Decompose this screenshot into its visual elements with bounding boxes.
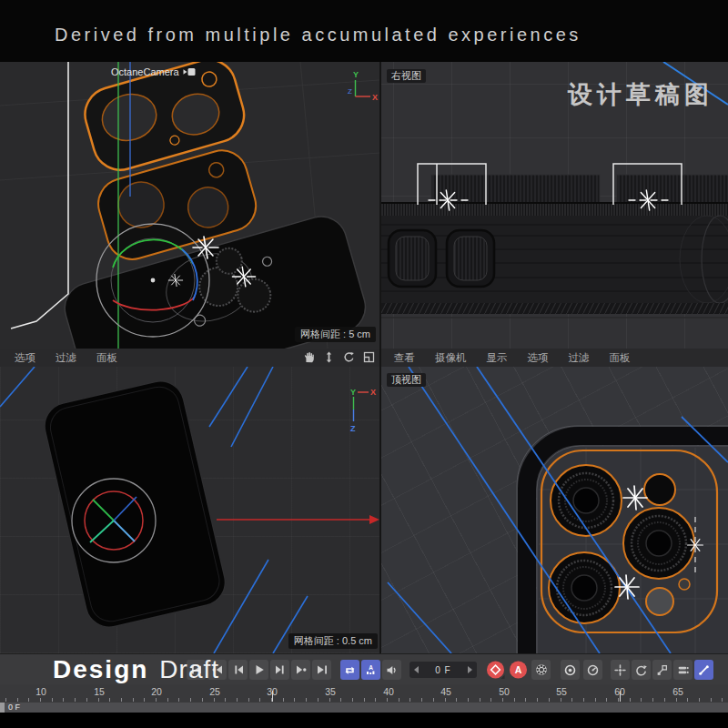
camera-module-scene — [381, 367, 728, 653]
jump-to-end-button[interactable] — [312, 660, 331, 680]
ruler-label: 15 — [94, 686, 105, 697]
next-key-button[interactable] — [291, 660, 310, 680]
svg-text:A: A — [369, 664, 373, 671]
gear-icon — [535, 663, 548, 676]
case-side-profile[interactable] — [381, 175, 728, 318]
ruler-label: 10 — [35, 686, 46, 697]
menu-filter[interactable]: 过滤 — [56, 351, 76, 365]
maximize-view-icon[interactable] — [363, 351, 375, 363]
viewport-label[interactable]: 右视图 — [387, 69, 426, 83]
lidar-cutout[interactable] — [644, 474, 675, 505]
record-scale-toggle[interactable] — [652, 660, 672, 680]
previous-frame-button[interactable] — [228, 660, 248, 680]
ruler-label: 65 — [672, 686, 683, 697]
frame-decrement-arrow[interactable] — [414, 666, 419, 673]
camera-name-label[interactable]: OctaneCamera — [111, 66, 197, 77]
rotation-icon — [635, 664, 647, 676]
next-key-icon — [296, 664, 307, 675]
timeline-ruler[interactable]: 10 15 20 25 30 35 40 45 50 55 60 65 — [0, 684, 728, 703]
camera-icon — [183, 67, 197, 76]
second-marker-tick — [620, 691, 621, 702]
record-parameter-toggle[interactable] — [673, 660, 693, 680]
keyframe-settings-button[interactable] — [531, 660, 551, 680]
speaker-icon — [386, 664, 398, 676]
timeline-slider-bar[interactable]: 0 F — [0, 703, 728, 713]
playback-rate-button[interactable] — [583, 660, 602, 680]
rotate-view-icon[interactable] — [343, 351, 355, 363]
mic-cutout[interactable] — [679, 579, 690, 590]
svg-text:Z: Z — [348, 87, 352, 96]
camera-lens-right[interactable] — [623, 508, 694, 579]
next-frame-button[interactable] — [270, 660, 289, 680]
viewport-label[interactable]: 顶视图 — [387, 373, 426, 387]
ruler-label: 20 — [151, 686, 162, 697]
banner-title: Derived from multiple accumulated experi… — [55, 25, 581, 46]
keyframe-mode-icon: A — [365, 664, 377, 676]
axis-gizmo: Y Z X — [342, 67, 379, 113]
sound-button[interactable] — [382, 660, 401, 680]
ruler-ticks — [0, 698, 728, 702]
flash-cutout[interactable] — [646, 588, 673, 615]
ruler-label: 35 — [325, 686, 336, 697]
jump-to-end-icon — [317, 664, 328, 675]
position-icon — [614, 664, 626, 676]
current-frame-field[interactable]: 0 F — [410, 662, 477, 678]
playhead-frame-label: 0 F — [8, 703, 20, 713]
play-icon — [254, 664, 265, 675]
menu-options[interactable]: 选项 — [528, 351, 549, 365]
ruler-label: 25 — [209, 686, 220, 697]
play-button[interactable] — [249, 660, 268, 680]
c4d-application-window: Derived from multiple accumulated experi… — [0, 0, 728, 728]
phone-case-exploded-parts[interactable] — [8, 62, 371, 349]
camera-lens-top-left[interactable] — [551, 465, 622, 536]
design-draft-watermark: DesignDraft — [53, 655, 219, 684]
svg-text:X: X — [370, 388, 376, 397]
previous-frame-icon — [233, 664, 244, 675]
menu-panel[interactable]: 面板 — [610, 351, 631, 365]
design-draft-cn-watermark: 设计草稿图 — [568, 78, 713, 111]
keyframe-mode-button[interactable]: A — [361, 660, 380, 680]
frame-increment-arrow[interactable] — [468, 666, 472, 673]
menu-panel[interactable]: 面板 — [96, 351, 117, 365]
ruler-label: 40 — [383, 686, 394, 697]
grid-spacing-badge: 网格间距 : 0.5 cm — [288, 633, 378, 649]
record-position-toggle[interactable] — [611, 660, 630, 680]
ruler-label: 50 — [499, 686, 510, 697]
autokeying-button[interactable]: A — [509, 660, 528, 680]
exploded-case-scene — [0, 62, 379, 349]
pla-icon — [698, 664, 710, 676]
ruler-label: 55 — [556, 686, 567, 697]
svg-text:Z: Z — [350, 424, 356, 433]
menu-options[interactable]: 选项 — [15, 351, 35, 365]
svg-text:A: A — [515, 664, 522, 675]
record-pla-toggle[interactable] — [694, 660, 713, 680]
x-axis-arrow[interactable] — [217, 515, 379, 524]
parameter-stack-icon — [677, 664, 689, 676]
menu-display[interactable]: 显示 — [487, 351, 508, 365]
viewport-right-view[interactable]: 右视图 设计草稿图 — [381, 62, 728, 349]
bottom-filler — [0, 713, 728, 728]
viewport-back-view[interactable]: Y X Z 网格间距 : 0.5 cm — [0, 367, 379, 653]
play-mode-loop-button[interactable] — [340, 660, 359, 680]
menu-filter[interactable]: 过滤 — [569, 351, 590, 365]
keyframe-selection-button[interactable] — [561, 660, 580, 680]
viewport-top-view[interactable]: 顶视图 — [381, 367, 728, 653]
frame-value[interactable]: 0 F — [435, 665, 450, 675]
axis-band-gizmo[interactable] — [72, 479, 156, 562]
next-frame-icon — [275, 664, 286, 675]
menu-camera[interactable]: 摄像机 — [435, 351, 467, 365]
record-rotation-toggle[interactable] — [632, 660, 651, 680]
scale-icon — [656, 664, 668, 676]
watermark-light: Draft — [159, 655, 219, 683]
zoom-view-icon[interactable] — [323, 351, 335, 363]
record-keyframe-button[interactable] — [486, 660, 505, 680]
ruler-label: 45 — [440, 686, 451, 697]
menu-view[interactable]: 查看 — [394, 351, 415, 365]
viewport-menubar-right: 查看 摄像机 显示 选项 过滤 面板 — [381, 349, 728, 367]
viewport-perspective[interactable]: OctaneCamera Y Z X 网格间距 : 5 cm — [0, 62, 379, 349]
pan-hand-icon[interactable] — [303, 351, 315, 363]
phone-body[interactable] — [40, 377, 230, 632]
key-circle-icon — [564, 664, 576, 676]
playhead-marker[interactable] — [0, 703, 5, 713]
svg-text:X: X — [372, 93, 378, 102]
